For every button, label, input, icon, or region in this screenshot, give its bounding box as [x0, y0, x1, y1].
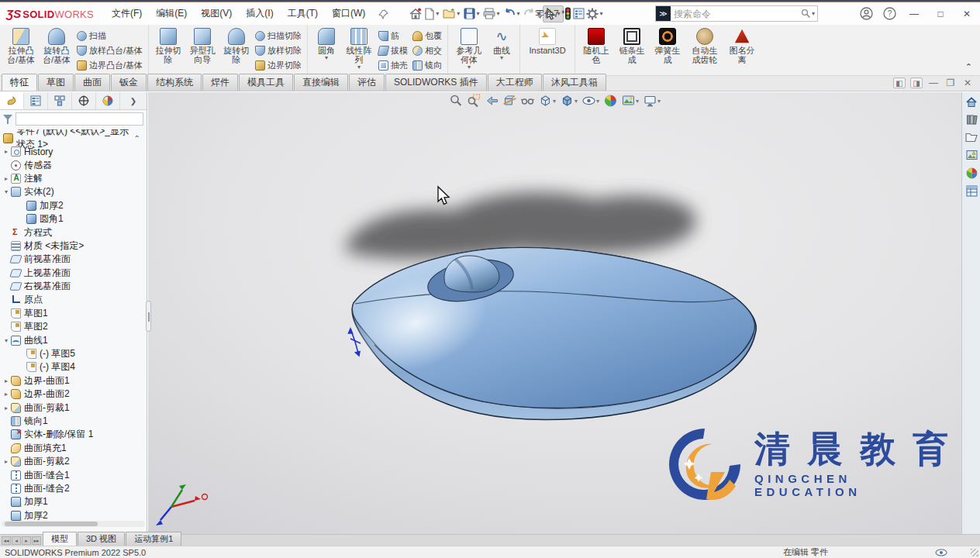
hole-wizard-button[interactable]: 异型孔 向导: [185, 26, 220, 66]
panel-tabs-overflow[interactable]: ❯: [120, 92, 147, 109]
expand-arrow-icon[interactable]: [2, 405, 11, 412]
print-button[interactable]: ▾: [482, 6, 502, 21]
previous-document-button[interactable]: ◧: [893, 78, 906, 88]
instant3d-button[interactable]: Instant3D: [523, 26, 571, 57]
new-document-button[interactable]: ▾: [423, 6, 442, 22]
undo-button[interactable]: ▾: [502, 6, 523, 21]
swept-cut-button[interactable]: 扫描切除: [253, 29, 304, 43]
tree-item[interactable]: 注解: [0, 172, 147, 185]
menu-item[interactable]: 文件(F): [105, 4, 149, 23]
maximize-button[interactable]: □: [927, 4, 954, 24]
tab-scroll-next[interactable]: ▸: [22, 536, 31, 545]
lofted-boss-button[interactable]: 放样凸台/基体: [74, 43, 145, 58]
tree-item[interactable]: 传感器: [0, 158, 147, 171]
linear-pattern-button[interactable]: 线性阵 列▾: [342, 26, 376, 72]
tab-scroll-prev[interactable]: ◂: [12, 536, 21, 545]
tree-item[interactable]: 曲面-剪裁2: [0, 455, 147, 468]
custom-properties-button[interactable]: [963, 182, 980, 199]
tree-item[interactable]: 材质 <未指定>: [0, 239, 147, 253]
panel-splitter-handle[interactable]: [146, 301, 151, 332]
close-button[interactable]: ✕: [954, 4, 980, 24]
document-close-button[interactable]: ✕: [961, 78, 974, 88]
menu-item[interactable]: 编辑(E): [149, 4, 194, 23]
commandmanager-tab[interactable]: 钣金: [111, 74, 147, 91]
boundary-cut-button[interactable]: 边界切除: [253, 58, 304, 73]
appearances-scenes-button[interactable]: [963, 164, 980, 181]
resize-grip[interactable]: [971, 549, 978, 556]
rebuild-button[interactable]: [564, 5, 572, 22]
draft-button[interactable]: 拔模: [376, 43, 410, 58]
dropdown-caret[interactable]: ▾: [496, 10, 499, 17]
tree-item[interactable]: 右视基准面: [0, 280, 147, 293]
wrap-button[interactable]: 包覆: [410, 29, 444, 43]
tree-item[interactable]: 方程式: [0, 226, 147, 239]
status-eye-icon[interactable]: [935, 548, 947, 558]
tree-item[interactable]: 实体-删除/保留 1: [0, 428, 147, 441]
menu-item[interactable]: 窗口(W): [325, 4, 372, 23]
dimxpertmanager-tab[interactable]: [72, 92, 96, 109]
help-button[interactable]: ?: [878, 4, 901, 24]
commandmanager-tab[interactable]: 模具工具: [239, 74, 293, 91]
mirror-button[interactable]: 镜向: [410, 58, 444, 73]
extruded-boss-button[interactable]: 拉伸凸 台/基体: [3, 26, 39, 66]
tree-item[interactable]: 原点: [0, 293, 147, 306]
dropdown-caret[interactable]: ▾: [476, 10, 479, 17]
auto-gear-button[interactable]: 自动生 成齿轮: [685, 26, 724, 66]
commandmanager-tab[interactable]: 草图: [38, 74, 74, 91]
featuremanager-tree-tab[interactable]: [0, 92, 24, 109]
spring-generate-button[interactable]: 弹簧生 成: [650, 26, 685, 66]
reference-geometry-caret[interactable]: ▾: [468, 64, 471, 71]
dropdown-caret[interactable]: ▾: [516, 10, 519, 17]
options-button[interactable]: ▾: [585, 6, 606, 22]
next-document-button[interactable]: ◨: [910, 78, 923, 88]
boundary-boss-button[interactable]: 边界凸台/基体: [74, 58, 145, 73]
tab-scroll-last[interactable]: ▸▸: [32, 536, 41, 545]
tree-item[interactable]: 曲面-缝合1: [0, 468, 147, 481]
tab-scroll-first[interactable]: ◂◂: [2, 536, 11, 545]
commandmanager-tab[interactable]: 焊件: [202, 74, 238, 91]
swept-boss-button[interactable]: 扫描: [74, 29, 145, 43]
configurationmanager-tab[interactable]: [48, 92, 72, 109]
dropdown-caret[interactable]: ▾: [599, 10, 602, 17]
expand-arrow-icon[interactable]: [2, 175, 11, 182]
menu-item[interactable]: 插入(I): [239, 4, 280, 23]
propertymanager-tab[interactable]: [24, 92, 48, 109]
curves-caret[interactable]: ▾: [500, 55, 503, 61]
tree-root-item[interactable]: 零件7 (默认) <<默认>_显示状态 1> ⌃: [0, 131, 147, 145]
tree-item[interactable]: 边界-曲面1: [0, 374, 147, 388]
tree-item[interactable]: 实体(2): [0, 185, 147, 198]
model-view-tab[interactable]: 模型: [43, 532, 77, 546]
expand-arrow-icon[interactable]: [2, 458, 11, 465]
rib-button[interactable]: 筋: [376, 29, 410, 43]
commandmanager-tab[interactable]: 曲面: [74, 74, 110, 91]
tree-item[interactable]: 边界-曲面2: [0, 388, 147, 401]
expand-arrow-icon[interactable]: [2, 391, 11, 398]
expand-arrow-icon[interactable]: [2, 188, 11, 195]
model-view-tab[interactable]: 3D 视图: [78, 532, 125, 546]
dropdown-caret[interactable]: ▾: [457, 10, 460, 17]
tree-item[interactable]: 草图2: [0, 320, 147, 333]
scrollbar-thumb[interactable]: [5, 522, 98, 526]
lofted-cut-button[interactable]: 放样切除: [253, 43, 304, 58]
minimize-button[interactable]: —: [901, 4, 927, 24]
tree-item[interactable]: 镜向1: [0, 415, 147, 428]
commandmanager-tab[interactable]: SOLIDWORKS 插件: [385, 74, 487, 91]
revolved-boss-button[interactable]: 旋转凸 台/基体: [39, 26, 74, 66]
tree-horizontal-scrollbar[interactable]: [2, 521, 145, 527]
tree-item[interactable]: (-) 草图5: [0, 347, 147, 360]
file-explorer-button[interactable]: [963, 129, 980, 146]
tree-filter-input[interactable]: [16, 112, 143, 126]
graphics-viewport[interactable]: ▾ ▾ ▾ ▾ ▾: [148, 92, 961, 535]
tree-item[interactable]: 曲面填充1: [0, 442, 147, 455]
commandmanager-tab[interactable]: 结构系统: [147, 74, 202, 91]
home-button[interactable]: [408, 5, 423, 22]
view-palette-button[interactable]: [963, 146, 980, 164]
tree-item[interactable]: 加厚1: [0, 495, 147, 508]
model-view-tab[interactable]: 运动算例1: [126, 532, 181, 546]
commandmanager-tab[interactable]: 特征: [2, 74, 37, 91]
tree-scroll-up-icon[interactable]: ⌃: [134, 134, 140, 143]
document-minimize-button[interactable]: —: [927, 78, 940, 88]
tree-item[interactable]: 上视基准面: [0, 267, 147, 280]
search-dropdown-caret[interactable]: ▾: [812, 10, 815, 17]
expand-arrow-icon[interactable]: [2, 377, 11, 384]
